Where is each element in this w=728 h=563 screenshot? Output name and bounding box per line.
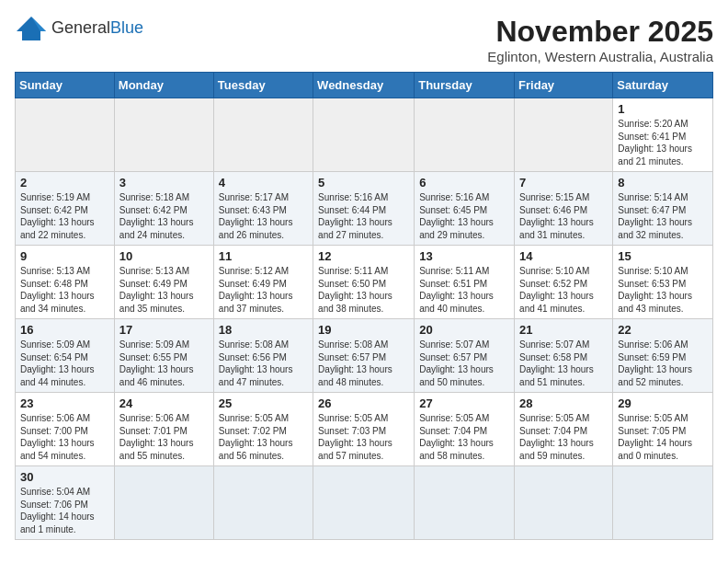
calendar-cell: 14Sunrise: 5:10 AM Sunset: 6:52 PM Dayli… [515,246,613,319]
day-number: 16 [20,323,109,337]
calendar-cell [213,98,313,172]
day-number: 12 [318,249,409,263]
calendar-cell [313,466,415,540]
header-saturday: Saturday [613,73,713,98]
calendar-cell: 1Sunrise: 5:20 AM Sunset: 6:41 PM Daylig… [613,98,713,172]
calendar-cell: 29Sunrise: 5:05 AM Sunset: 7:05 PM Dayli… [613,393,713,466]
day-number: 26 [318,396,409,410]
calendar-cell: 5Sunrise: 5:16 AM Sunset: 6:44 PM Daylig… [313,172,415,246]
day-number: 5 [318,176,409,190]
calendar-cell [213,466,313,540]
week-row-5: 23Sunrise: 5:06 AM Sunset: 7:00 PM Dayli… [16,393,713,466]
calendar-cell: 28Sunrise: 5:05 AM Sunset: 7:04 PM Dayli… [515,393,613,466]
week-row-3: 9Sunrise: 5:13 AM Sunset: 6:48 PM Daylig… [16,246,713,319]
day-number: 10 [119,249,209,263]
header-tuesday: Tuesday [213,73,313,98]
header-monday: Monday [114,73,213,98]
week-row-2: 2Sunrise: 5:19 AM Sunset: 6:42 PM Daylig… [16,172,713,246]
day-info: Sunrise: 5:11 AM Sunset: 6:50 PM Dayligh… [318,265,409,315]
header-friday: Friday [515,73,613,98]
calendar-cell: 11Sunrise: 5:12 AM Sunset: 6:49 PM Dayli… [213,246,313,319]
day-info: Sunrise: 5:06 AM Sunset: 7:01 PM Dayligh… [119,412,209,462]
day-info: Sunrise: 5:05 AM Sunset: 7:04 PM Dayligh… [419,412,509,462]
day-info: Sunrise: 5:15 AM Sunset: 6:46 PM Dayligh… [519,191,608,241]
title-area: November 2025 Eglinton, Western Australi… [487,15,713,64]
calendar-cell: 23Sunrise: 5:06 AM Sunset: 7:00 PM Dayli… [16,393,115,466]
calendar-cell [515,466,613,540]
day-info: Sunrise: 5:05 AM Sunset: 7:04 PM Dayligh… [519,412,608,462]
calendar-cell: 17Sunrise: 5:09 AM Sunset: 6:55 PM Dayli… [114,319,213,393]
day-number: 30 [20,470,109,484]
calendar-cell [16,98,115,172]
calendar-cell: 20Sunrise: 5:07 AM Sunset: 6:57 PM Dayli… [415,319,515,393]
calendar-cell: 18Sunrise: 5:08 AM Sunset: 6:56 PM Dayli… [213,319,313,393]
day-info: Sunrise: 5:04 AM Sunset: 7:06 PM Dayligh… [20,486,109,535]
calendar-cell: 4Sunrise: 5:17 AM Sunset: 6:43 PM Daylig… [213,172,313,246]
day-number: 14 [519,249,608,263]
location-subtitle: Eglinton, Western Australia, Australia [487,49,713,64]
day-number: 15 [618,249,708,263]
header-wednesday: Wednesday [313,73,415,98]
calendar-cell [313,98,415,172]
calendar-cell: 26Sunrise: 5:05 AM Sunset: 7:03 PM Dayli… [313,393,415,466]
header-thursday: Thursday [415,73,515,98]
day-number: 8 [618,176,708,190]
week-row-6: 30Sunrise: 5:04 AM Sunset: 7:06 PM Dayli… [16,466,713,540]
day-info: Sunrise: 5:14 AM Sunset: 6:47 PM Dayligh… [618,191,708,241]
calendar-cell: 16Sunrise: 5:09 AM Sunset: 6:54 PM Dayli… [16,319,115,393]
weekday-header-row: Sunday Monday Tuesday Wednesday Thursday… [16,73,713,98]
calendar-cell [415,98,515,172]
day-number: 11 [219,249,308,263]
calendar-cell [415,466,515,540]
day-number: 27 [419,396,509,410]
day-number: 2 [20,176,109,190]
header-sunday: Sunday [16,73,115,98]
day-info: Sunrise: 5:07 AM Sunset: 6:58 PM Dayligh… [519,339,608,388]
day-number: 7 [519,176,608,190]
day-number: 9 [20,249,109,263]
calendar-cell: 12Sunrise: 5:11 AM Sunset: 6:50 PM Dayli… [313,246,415,319]
day-info: Sunrise: 5:06 AM Sunset: 7:00 PM Dayligh… [20,412,109,462]
day-info: Sunrise: 5:07 AM Sunset: 6:57 PM Dayligh… [419,339,509,388]
day-info: Sunrise: 5:12 AM Sunset: 6:49 PM Dayligh… [219,265,308,315]
day-number: 17 [119,323,209,337]
page-header: GeneralBlue November 2025 Eglinton, West… [15,15,713,64]
day-number: 13 [419,249,509,263]
day-info: Sunrise: 5:11 AM Sunset: 6:51 PM Dayligh… [419,265,509,315]
day-number: 25 [219,396,308,410]
day-number: 6 [419,176,509,190]
calendar-cell: 2Sunrise: 5:19 AM Sunset: 6:42 PM Daylig… [16,172,115,246]
month-title: November 2025 [487,15,713,49]
calendar-cell [114,98,213,172]
calendar-cell: 24Sunrise: 5:06 AM Sunset: 7:01 PM Dayli… [114,393,213,466]
week-row-4: 16Sunrise: 5:09 AM Sunset: 6:54 PM Dayli… [16,319,713,393]
day-info: Sunrise: 5:16 AM Sunset: 6:45 PM Dayligh… [419,191,509,241]
calendar-cell: 19Sunrise: 5:08 AM Sunset: 6:57 PM Dayli… [313,319,415,393]
calendar-cell: 6Sunrise: 5:16 AM Sunset: 6:45 PM Daylig… [415,172,515,246]
day-number: 29 [618,396,708,410]
logo: GeneralBlue [15,15,143,42]
day-info: Sunrise: 5:20 AM Sunset: 6:41 PM Dayligh… [618,118,708,167]
day-info: Sunrise: 5:09 AM Sunset: 6:54 PM Dayligh… [20,339,109,388]
calendar-cell: 27Sunrise: 5:05 AM Sunset: 7:04 PM Dayli… [415,393,515,466]
day-info: Sunrise: 5:05 AM Sunset: 7:03 PM Dayligh… [318,412,409,462]
day-number: 28 [519,396,608,410]
calendar-table: Sunday Monday Tuesday Wednesday Thursday… [15,72,713,540]
day-info: Sunrise: 5:18 AM Sunset: 6:42 PM Dayligh… [119,191,209,241]
logo-text: GeneralBlue [51,19,143,38]
day-info: Sunrise: 5:10 AM Sunset: 6:52 PM Dayligh… [519,265,608,315]
day-number: 22 [618,323,708,337]
day-info: Sunrise: 5:08 AM Sunset: 6:56 PM Dayligh… [219,339,308,388]
day-info: Sunrise: 5:16 AM Sunset: 6:44 PM Dayligh… [318,191,409,241]
calendar-cell [613,466,713,540]
day-info: Sunrise: 5:08 AM Sunset: 6:57 PM Dayligh… [318,339,409,388]
day-info: Sunrise: 5:13 AM Sunset: 6:48 PM Dayligh… [20,265,109,315]
day-info: Sunrise: 5:05 AM Sunset: 7:05 PM Dayligh… [618,412,708,462]
day-info: Sunrise: 5:17 AM Sunset: 6:43 PM Dayligh… [219,191,308,241]
day-info: Sunrise: 5:19 AM Sunset: 6:42 PM Dayligh… [20,191,109,241]
day-info: Sunrise: 5:09 AM Sunset: 6:55 PM Dayligh… [119,339,209,388]
calendar-cell [114,466,213,540]
calendar-cell: 22Sunrise: 5:06 AM Sunset: 6:59 PM Dayli… [613,319,713,393]
day-number: 24 [119,396,209,410]
calendar-cell: 15Sunrise: 5:10 AM Sunset: 6:53 PM Dayli… [613,246,713,319]
